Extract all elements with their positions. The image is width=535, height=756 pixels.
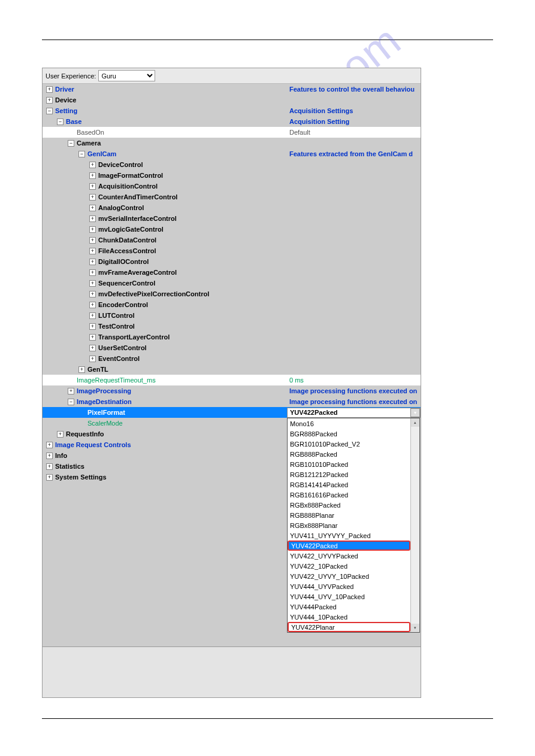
dropdown-option[interactable]: YUV422_UYVY_10Packed [288,571,410,581]
dropdown-option[interactable]: BGR888Packed [288,429,410,439]
scroll-down-icon[interactable]: ▾ [411,624,419,632]
dropdown-option[interactable]: RGB888Planar [288,510,410,520]
tree-node-value: Features extracted from the GenICam d [289,150,413,157]
tree-row[interactable]: +LUTControl [43,310,421,321]
tree-row[interactable]: +DeviceControl [43,159,421,170]
tree-row[interactable]: +ChunkDataControl [43,235,421,245]
expand-icon[interactable]: + [89,356,96,362]
tree-node-label: Driver [55,86,74,93]
tree-row[interactable]: −Camera [43,138,421,148]
tree-row[interactable]: +TransportLayerControl [43,332,421,342]
expand-icon[interactable]: + [68,388,74,394]
expand-icon[interactable]: + [46,474,53,481]
dropdown-option[interactable]: YUV422Packed [288,541,410,551]
dropdown-option[interactable]: YUV444_10Packed [288,612,410,622]
tree-row[interactable]: +CounterAndTimerControl [43,192,421,202]
tree-node-value: 0 ms [289,377,304,384]
tree-row[interactable]: +mvDefectivePixelCorrectionControl [43,289,421,299]
expand-icon[interactable]: + [89,205,96,211]
tree-row[interactable]: +SequencerControl [43,278,421,289]
expand-icon[interactable]: + [89,183,96,190]
expand-icon[interactable]: + [89,269,96,276]
expand-icon[interactable]: + [89,237,96,244]
expand-icon[interactable]: + [57,431,64,438]
dropdown-option[interactable]: RGBx888Planar [288,520,410,530]
dropdown-option[interactable]: RGB888Packed [288,449,410,459]
tree-row[interactable]: +EncoderControl [43,299,421,310]
expand-icon[interactable]: + [89,291,96,297]
expand-icon[interactable]: + [89,162,96,168]
tree-row[interactable]: +AcquisitionControl [43,181,421,192]
tree-node-label: DeviceControl [98,161,143,168]
collapse-icon[interactable]: − [46,108,53,114]
expand-icon[interactable]: + [46,86,53,93]
tree-node-value: Features to control the overall behaviou [289,86,415,93]
dropdown-option[interactable]: YUV422_UYVYPacked [288,551,410,561]
expand-icon[interactable]: + [89,172,96,179]
dropdown-option[interactable]: YUV422Planar [288,622,410,632]
expand-icon[interactable]: + [46,97,53,104]
tree-row[interactable]: −ImageDestinationImage processing functi… [43,396,421,407]
dropdown-option[interactable]: RGB101010Packed [288,459,410,469]
expand-icon[interactable]: + [89,345,96,351]
expand-icon[interactable]: + [89,248,96,254]
tree-row[interactable]: −SettingAcquisition Settings [43,105,421,116]
tree-row[interactable]: +UserSetControl [43,342,421,353]
expand-icon[interactable]: + [89,259,96,265]
chevron-down-icon[interactable]: ▾ [410,408,420,417]
tree-row[interactable]: +mvFrameAverageControl [43,267,421,278]
expand-icon[interactable]: + [89,226,96,233]
collapse-icon[interactable]: − [57,119,64,125]
dropdown-option[interactable]: BGR101010Packed_V2 [288,439,410,449]
collapse-icon[interactable]: − [68,399,74,405]
pixelformat-dropdown[interactable]: Mono16BGR888PackedBGR101010Packed_V2RGB8… [287,418,420,633]
tree-row[interactable]: +EventControl [43,353,421,364]
tree-row[interactable]: BasedOnDefault [43,127,421,138]
tree-row[interactable]: +AnalogControl [43,202,421,213]
user-experience-select[interactable]: Guru [98,70,155,81]
expand-icon[interactable]: + [46,453,53,459]
dropdown-scrollbar[interactable]: ▴ ▾ [410,418,419,632]
expand-icon[interactable]: + [89,323,96,330]
tree-node-label: ImageRequestTimeout_ms [77,377,156,384]
dropdown-option[interactable]: RGBx888Packed [288,500,410,510]
tree-node-label: TestControl [98,323,135,330]
tree-row[interactable]: +mvLogicGateControl [43,224,421,235]
dropdown-option[interactable]: YUV444_UYVPacked [288,581,410,591]
tree-row[interactable]: ImageRequestTimeout_ms0 ms [43,375,421,385]
collapse-icon[interactable]: − [68,140,74,147]
expand-icon[interactable]: + [89,215,96,222]
tree-row[interactable]: +DriverFeatures to control the overall b… [43,84,421,95]
dropdown-option[interactable]: YUV444Packed [288,602,410,612]
tree-row[interactable]: +GenTL [43,364,421,375]
dropdown-option[interactable]: YUV444_UYV_10Packed [288,591,410,602]
tree-row[interactable]: −GenICamFeatures extracted from the GenI… [43,148,421,159]
tree-row[interactable]: PixelFormatYUV422Packed▾ [43,407,421,418]
dropdown-option[interactable]: RGB121212Packed [288,469,410,479]
tree-row[interactable]: −BaseAcquisition Setting [43,116,421,127]
scroll-up-icon[interactable]: ▴ [411,418,419,427]
tree-row[interactable]: +DigitalIOControl [43,256,421,267]
dropdown-option[interactable]: RGB141414Packed [288,479,410,490]
tree-row[interactable]: +ImageFormatControl [43,170,421,181]
tree-row[interactable]: +FileAccessControl [43,245,421,256]
expand-icon[interactable]: + [89,334,96,341]
dropdown-option[interactable]: YUV422_10Packed [288,561,410,571]
tree-row[interactable]: +TestControl [43,321,421,332]
tree-row[interactable]: +Device [43,95,421,105]
expand-icon[interactable]: + [78,366,85,373]
expand-icon[interactable]: + [46,463,53,470]
dropdown-option[interactable]: YUV411_UYYVYY_Packed [288,530,410,541]
dropdown-option[interactable]: Mono16 [288,418,410,429]
collapse-icon[interactable]: − [78,151,85,157]
expand-icon[interactable]: + [89,280,96,287]
expand-icon[interactable]: + [89,194,96,201]
dropdown-option[interactable]: RGB161616Packed [288,490,410,500]
tree-row[interactable]: +ImageProcessingImage processing functio… [43,385,421,396]
tree-row[interactable]: +mvSerialInterfaceControl [43,213,421,224]
expand-icon[interactable]: + [89,302,96,308]
property-tree[interactable]: +DriverFeatures to control the overall b… [43,84,421,646]
expand-icon[interactable]: + [89,312,96,319]
expand-icon[interactable]: + [46,442,53,448]
tree-node-label: GenICam [87,150,116,157]
